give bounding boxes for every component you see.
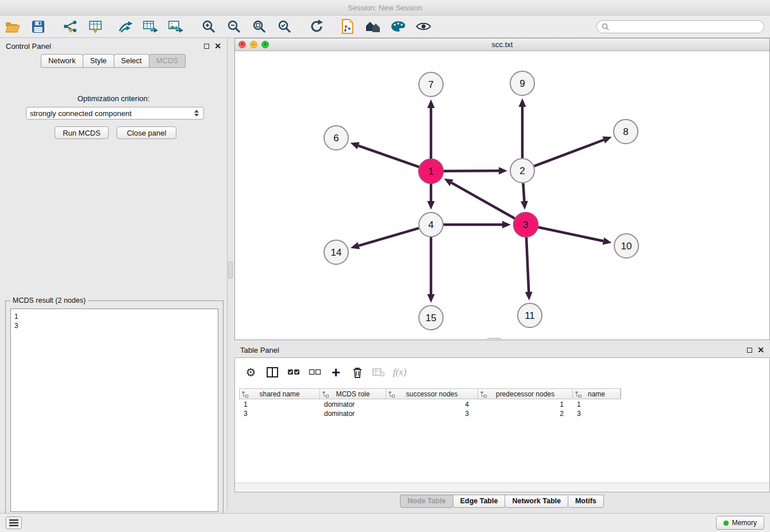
edge-3-1[interactable]: [452, 183, 515, 218]
task-history-button[interactable]: [6, 516, 22, 529]
tab-edge-table[interactable]: Edge Table: [453, 495, 506, 508]
create-column-button[interactable]: +: [325, 363, 346, 382]
apply-style-button[interactable]: [386, 17, 411, 36]
table-cell: dominator: [319, 400, 386, 409]
minimize-window-button[interactable]: −: [250, 41, 257, 48]
node-label: 4: [428, 219, 433, 230]
table-cell: 1: [478, 400, 572, 409]
edge-4-14[interactable]: [359, 228, 419, 245]
edge-3-11[interactable]: [526, 237, 529, 292]
refresh-icon: [310, 20, 324, 33]
refresh-button[interactable]: [304, 17, 329, 36]
attribute-type-icon: [480, 391, 487, 398]
delete-column-button[interactable]: [346, 363, 368, 382]
tab-node-table[interactable]: Node Table: [400, 495, 453, 508]
edge-1-2[interactable]: [444, 171, 499, 171]
network-view-window: ✕ − + scc.txt 7968124314101511: [234, 38, 770, 340]
mcds-result-title: MCDS result (2 nodes): [10, 296, 88, 304]
fx-icon: f(x): [393, 367, 407, 378]
delete-table-button[interactable]: [368, 363, 389, 382]
column-header-label: MCDS role: [336, 390, 370, 398]
first-neighbors-button[interactable]: [360, 17, 386, 36]
function-builder-button[interactable]: f(x): [389, 363, 410, 382]
tab-mcds[interactable]: MCDS: [149, 54, 186, 68]
table-panel-content: ⚙ + f(x) shared nameMCDS rolesuccessor n…: [234, 357, 770, 492]
import-network-database-button[interactable]: [335, 17, 360, 36]
network-window-title: scc.txt: [235, 40, 769, 49]
edge-1-6[interactable]: [359, 146, 419, 167]
control-panel: Control Panel ✕ NetworkStyleSelectMCDS O…: [0, 38, 228, 510]
node-label: 9: [519, 78, 525, 89]
column-header-MCDS-role[interactable]: MCDS role: [320, 389, 386, 399]
column-header-label: name: [588, 390, 605, 398]
edge-2-3[interactable]: [523, 183, 524, 201]
deselect-all-columns-button[interactable]: [304, 363, 325, 382]
export-table-button[interactable]: [138, 17, 163, 36]
attribute-type-icon: [242, 391, 248, 398]
edge-arrowhead: [521, 201, 528, 210]
open-session-button[interactable]: [0, 17, 25, 36]
table-settings-button[interactable]: ⚙: [240, 363, 261, 382]
import-network-file-button[interactable]: [57, 17, 83, 36]
column-header-predecessor-nodes[interactable]: predecessor nodes: [478, 389, 573, 399]
close-panel-button[interactable]: Close panel: [117, 126, 176, 139]
table-row[interactable]: 3dominator323: [239, 409, 620, 418]
zoom-window-button[interactable]: +: [261, 41, 269, 48]
table-row[interactable]: 1dominator411: [239, 400, 620, 409]
float-window-button[interactable]: [204, 44, 209, 49]
column-header-successor-nodes[interactable]: successor nodes: [386, 389, 478, 399]
control-panel-body: NetworkStyleSelectMCDS Optimization crit…: [0, 54, 227, 510]
attribute-type-icon: [575, 391, 582, 398]
column-header-label: predecessor nodes: [496, 390, 555, 398]
splitter-handle-vertical[interactable]: [228, 261, 233, 279]
close-table-panel-button[interactable]: ✕: [757, 346, 764, 354]
select-all-icon: [287, 368, 300, 376]
horizontal-scrollbar[interactable]: [235, 483, 769, 492]
splitter-handle-horizontal[interactable]: [487, 338, 501, 341]
export-table-icon: [143, 20, 158, 33]
column-header-name[interactable]: name: [573, 389, 621, 399]
show-hide-graphics-button[interactable]: [411, 17, 436, 36]
column-header-label: successor nodes: [406, 390, 457, 398]
zoom-out-button[interactable]: [221, 17, 247, 36]
delete-table-icon: [372, 368, 385, 377]
optimization-select[interactable]: strongly connected component: [26, 107, 204, 119]
memory-button-label: Memory: [732, 519, 757, 527]
import-table-file-button[interactable]: [83, 17, 108, 36]
network-graph[interactable]: 7968124314101511: [235, 51, 769, 340]
tab-network-table[interactable]: Network Table: [505, 495, 568, 508]
zoom-selected-button[interactable]: [272, 17, 297, 36]
tab-motifs[interactable]: Motifs: [568, 495, 604, 508]
show-columns-button[interactable]: [261, 363, 283, 382]
column-header-shared-name[interactable]: shared name: [240, 389, 320, 399]
export-image-button[interactable]: [163, 17, 188, 36]
search-input[interactable]: [612, 22, 759, 32]
new-network-button[interactable]: [113, 17, 138, 36]
float-table-panel-button[interactable]: [747, 348, 752, 353]
edge-2-8[interactable]: [534, 140, 604, 166]
select-all-columns-button[interactable]: [283, 363, 304, 382]
save-session-button[interactable]: [25, 17, 51, 36]
optimization-select-value: strongly connected component: [30, 109, 132, 118]
mcds-result-box[interactable]: 13: [10, 309, 218, 512]
zoom-in-button[interactable]: [196, 17, 221, 36]
search-box[interactable]: [596, 20, 764, 33]
memory-button[interactable]: Memory: [716, 516, 764, 530]
close-panel-button-x[interactable]: ✕: [214, 42, 221, 50]
table-cell: 3: [239, 409, 319, 418]
close-window-button[interactable]: ✕: [238, 41, 246, 48]
zoom-fit-button[interactable]: [247, 17, 272, 36]
edge-arrowhead: [502, 221, 511, 229]
node-label: 6: [333, 133, 338, 144]
tab-network[interactable]: Network: [41, 54, 83, 68]
network-window-titlebar[interactable]: ✕ − + scc.txt: [235, 38, 769, 51]
tab-select[interactable]: Select: [114, 54, 149, 68]
run-mcds-button[interactable]: Run MCDS: [55, 126, 109, 139]
table-toolbar: ⚙ + f(x): [235, 358, 769, 387]
edge-3-10[interactable]: [538, 228, 603, 241]
network-document-icon: [341, 19, 354, 34]
tab-style[interactable]: Style: [83, 54, 114, 68]
table-panel-header: Table Panel ✕: [234, 342, 770, 358]
node-label: 1: [428, 166, 433, 177]
window-titlebar[interactable]: Session: New Session: [0, 0, 770, 16]
